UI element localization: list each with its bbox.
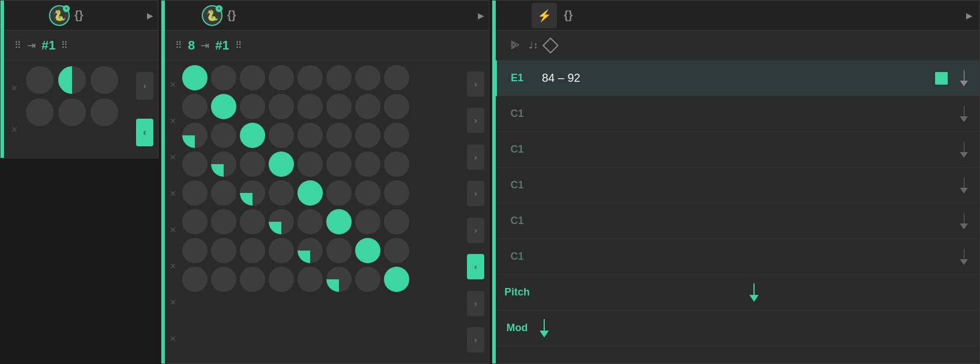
dot-2-3[interactable] (269, 123, 294, 148)
row-5-label[interactable]: C1 (497, 251, 537, 263)
dot-7-3[interactable] (269, 267, 294, 292)
p1-dot-1-3[interactable] (91, 66, 118, 94)
diamond-icon[interactable] (542, 37, 559, 53)
dot-4-5[interactable] (326, 180, 352, 206)
dot-5-3[interactable] (269, 209, 294, 234)
dot-0-3[interactable] (269, 65, 294, 90)
row-arrow-5[interactable]: ‹ (467, 254, 484, 279)
row-0-square[interactable] (935, 72, 948, 85)
dot-3-3[interactable] (269, 151, 294, 177)
play-button-p2[interactable]: ▶ (478, 11, 484, 20)
route-icon-p2[interactable]: ⇥ (201, 39, 209, 52)
dot-5-4[interactable] (297, 209, 323, 234)
snake-icon-p2[interactable]: 🐍 × (202, 5, 223, 26)
dot-5-2[interactable] (240, 209, 265, 234)
dot-6-6[interactable] (355, 238, 380, 263)
grid-icon-p1[interactable]: ⠿ (14, 40, 21, 51)
dot-3-6[interactable] (355, 151, 380, 177)
row-3-label[interactable]: C1 (497, 179, 537, 191)
row-x-7[interactable]: × (166, 297, 180, 309)
row-arrow-1[interactable]: › (467, 108, 484, 133)
dot-6-7[interactable] (384, 238, 409, 263)
dot-7-4[interactable] (297, 267, 323, 292)
bars-icon[interactable]: ⫸ (510, 39, 522, 52)
dot-6-5[interactable] (326, 238, 352, 263)
dot-7-7[interactable] (384, 267, 409, 292)
dot-3-0[interactable] (182, 151, 208, 177)
dot-7-6[interactable] (355, 267, 380, 292)
dot-3-5[interactable] (326, 151, 352, 177)
dot-2-4[interactable] (297, 123, 323, 148)
p1-dot-2-3[interactable] (91, 98, 118, 126)
row-arrow-4[interactable]: › (467, 218, 484, 243)
p1-dot-1-2[interactable] (58, 66, 86, 94)
dot-5-6[interactable] (355, 209, 380, 234)
note-sort-icon[interactable]: ♩↕ (529, 40, 538, 51)
dot-3-2[interactable] (240, 151, 265, 177)
row-arrow-6[interactable]: › (467, 291, 484, 316)
dot-0-0[interactable] (182, 65, 208, 90)
dot-4-4[interactable] (297, 180, 323, 206)
dot-5-0[interactable] (182, 209, 208, 234)
dot-7-5[interactable] (326, 267, 352, 292)
dot-5-7[interactable] (384, 209, 409, 234)
dot-0-4[interactable] (297, 65, 323, 90)
row-x-4[interactable]: × (166, 188, 180, 200)
dot-1-4[interactable] (297, 94, 323, 119)
dot-7-0[interactable] (182, 267, 208, 292)
dot-2-0[interactable] (182, 123, 208, 148)
dot-3-4[interactable] (297, 151, 323, 177)
dot-6-0[interactable] (182, 238, 208, 263)
dot-1-3[interactable] (269, 94, 294, 119)
row-x-8[interactable]: × (166, 333, 180, 345)
row-arrow-2[interactable]: › (467, 145, 484, 170)
route-icon-p1[interactable]: ⇥ (27, 39, 36, 52)
dot-2-5[interactable] (326, 123, 352, 148)
row-arrow-3[interactable]: › (467, 181, 484, 206)
snake-icon[interactable]: 🐍 × (49, 5, 70, 26)
dot-4-3[interactable] (269, 180, 294, 206)
dot-6-1[interactable] (211, 238, 236, 263)
dot-2-2[interactable] (240, 123, 265, 148)
dot-2-1[interactable] (211, 123, 236, 148)
grid-icon-p2[interactable]: ⠿ (175, 40, 182, 51)
expand-icon-p2[interactable]: ⠿ (235, 40, 242, 51)
dot-3-7[interactable] (384, 151, 409, 177)
dot-6-4[interactable] (297, 238, 323, 263)
row-arrow-0[interactable]: › (467, 71, 484, 97)
row-0-label[interactable]: E1 (497, 72, 537, 84)
dot-3-1[interactable] (211, 151, 236, 177)
row-x-1[interactable]: × (166, 79, 180, 91)
row-x-3[interactable]: × (166, 151, 180, 164)
p1-dot-2-1[interactable] (26, 98, 54, 126)
dot-2-6[interactable] (355, 123, 380, 148)
row-x-2[interactable]: × (166, 115, 180, 127)
dot-4-0[interactable] (182, 180, 208, 206)
dot-4-1[interactable] (211, 180, 236, 206)
dot-6-2[interactable] (240, 238, 265, 263)
row-2-label[interactable]: C1 (497, 143, 537, 156)
row-arrow-7[interactable]: › (467, 327, 484, 352)
dot-1-1[interactable] (211, 94, 236, 119)
dot-7-1[interactable] (211, 267, 236, 292)
p1-dot-2-2[interactable] (58, 98, 86, 126)
expand-icon-p1[interactable]: ⠿ (61, 40, 68, 51)
play-button-p3[interactable]: ▶ (966, 11, 973, 20)
dot-0-2[interactable] (240, 65, 265, 90)
dot-4-2[interactable] (240, 180, 265, 206)
code-icon-p3[interactable]: {} (564, 9, 573, 22)
row-x-6[interactable]: × (166, 260, 180, 272)
code-icon[interactable]: {} (74, 9, 84, 22)
p1-dot-1-1[interactable] (26, 66, 54, 94)
code-icon-p2[interactable]: {} (227, 9, 236, 22)
dot-1-0[interactable] (182, 94, 208, 119)
dot-5-5[interactable] (326, 209, 352, 234)
dot-0-6[interactable] (355, 65, 380, 90)
play-button[interactable]: ▶ (147, 11, 153, 20)
dot-6-3[interactable] (269, 238, 294, 263)
row-x-5[interactable]: × (166, 224, 180, 236)
dot-4-7[interactable] (384, 180, 409, 206)
dot-0-5[interactable] (326, 65, 352, 90)
dot-1-2[interactable] (240, 94, 265, 119)
row-pitch-label[interactable]: Pitch (497, 286, 537, 298)
